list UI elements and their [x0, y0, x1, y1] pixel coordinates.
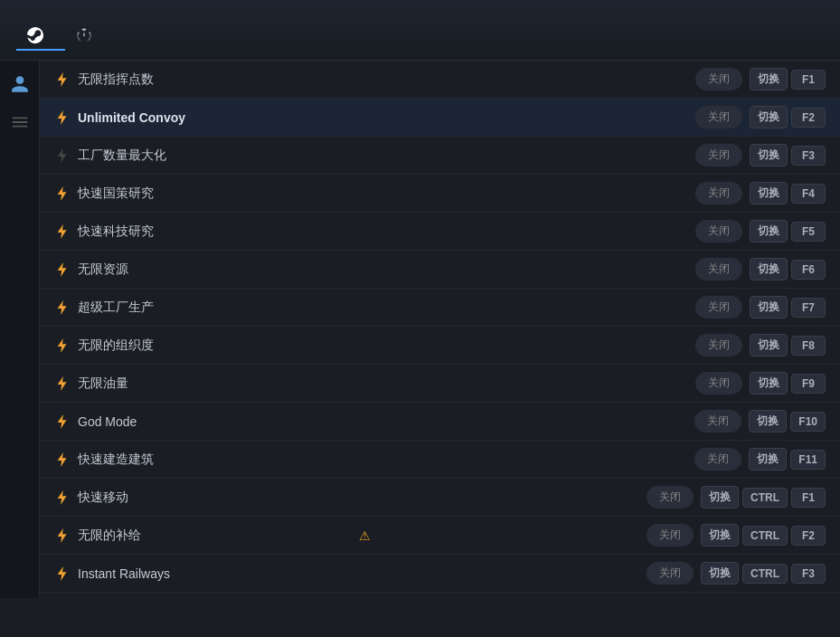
cheat-name: 快速国策研究: [78, 185, 387, 202]
key-group: 切换CTRLF3: [701, 562, 826, 585]
key-badge: F7: [791, 298, 826, 318]
cheat-name: 快速移动: [78, 490, 363, 506]
cheat-name: 快速建造建筑: [78, 452, 386, 468]
key-group: 切换F1: [750, 68, 826, 90]
bolt-icon: [54, 452, 71, 468]
bolt-icon: [54, 185, 71, 202]
cheat-name: 无限油量: [78, 376, 387, 392]
tab-xbox[interactable]: [65, 22, 114, 51]
cheat-name: 超级工厂生产: [78, 299, 387, 316]
key-badge: F1: [791, 488, 826, 508]
key-group: 切换F9: [750, 372, 826, 395]
key-badge: F2: [791, 526, 826, 546]
cheat-row-3[interactable]: 工厂数量最大化关闭切换F3: [40, 137, 840, 175]
key-group: 切换CTRLF1: [701, 486, 826, 509]
toggle-button[interactable]: 关闭: [695, 258, 742, 280]
cheat-name: 无限的补给: [78, 528, 354, 544]
toggle-button[interactable]: 关闭: [695, 296, 742, 318]
key-badge: 切换: [750, 106, 788, 128]
toggle-button[interactable]: 关闭: [647, 524, 694, 547]
toggle-button[interactable]: 关闭: [695, 106, 742, 128]
bolt-icon: [54, 223, 71, 240]
key-group: 切换F6: [750, 258, 826, 280]
bolt-icon: [54, 566, 71, 582]
key-group: 切换F3: [750, 144, 826, 166]
bolt-icon: [54, 414, 71, 430]
cheat-row-9[interactable]: 无限油量关闭切换F9: [40, 365, 840, 403]
key-badge: 切换: [701, 524, 739, 547]
toggle-button[interactable]: 关闭: [694, 410, 741, 433]
key-badge: 切换: [701, 486, 739, 509]
sidebar: [0, 61, 40, 598]
cheat-name: Instant Railways: [78, 566, 363, 581]
key-badge: CTRL: [742, 564, 788, 584]
toggle-button[interactable]: 关闭: [695, 220, 742, 242]
key-badge: F3: [791, 146, 826, 166]
key-badge: 切换: [750, 296, 788, 318]
key-badge: F3: [791, 564, 826, 584]
cheat-row-5[interactable]: 快速科技研究关闭切换F5: [40, 213, 840, 251]
cheat-row-2[interactable]: Unlimited Convoy关闭切换F2: [40, 99, 840, 137]
toggle-button[interactable]: 关闭: [695, 144, 742, 166]
key-badge: 切换: [749, 410, 787, 433]
cheat-name: 无限的组织度: [78, 338, 387, 354]
cheat-row-4[interactable]: 快速国策研究关闭切换F4: [40, 175, 840, 213]
cheat-name: 无限指挥点数: [78, 71, 387, 88]
key-group: 切换F8: [750, 334, 826, 357]
toggle-button[interactable]: 关闭: [695, 68, 742, 90]
cheat-name: 工厂数量最大化: [78, 147, 387, 164]
key-badge: CTRL: [742, 526, 788, 546]
key-badge: 切换: [750, 220, 788, 242]
cheat-row-8[interactable]: 无限的组织度关闭切换F8: [40, 327, 840, 365]
key-badge: F5: [791, 222, 826, 242]
key-badge: 切换: [750, 144, 788, 166]
cheat-name: Unlimited Convoy: [78, 110, 387, 125]
bolt-icon: [54, 299, 71, 316]
key-badge: 切换: [750, 258, 788, 280]
cheat-row-14[interactable]: Instant Railways关闭切换CTRLF3: [40, 555, 840, 593]
key-group: 切换F10: [749, 410, 826, 433]
cheat-row-11[interactable]: 快速建造建筑关闭切换F11: [40, 441, 840, 479]
bolt-icon: [54, 528, 71, 544]
key-badge: F11: [790, 450, 826, 470]
key-badge: F9: [791, 374, 826, 394]
platform-tabs: [16, 22, 824, 51]
cheat-name: God Mode: [78, 414, 386, 429]
cheat-row-12[interactable]: 快速移动关闭切换CTRLF1: [40, 479, 840, 517]
toggle-button[interactable]: 关闭: [647, 486, 694, 509]
key-group: 切换CTRLF2: [701, 524, 826, 547]
key-group: 切换F7: [750, 296, 826, 318]
key-badge: 切换: [701, 562, 739, 585]
cheat-row-13[interactable]: 无限的补给⚠关闭切换CTRLF2: [40, 517, 840, 555]
key-group: 切换F5: [750, 220, 826, 242]
sidebar-list-icon[interactable]: [7, 109, 33, 135]
key-badge: F1: [791, 70, 826, 90]
key-badge: 切换: [750, 182, 788, 204]
bolt-icon: [54, 338, 71, 354]
steam-logo-icon: [27, 27, 43, 43]
bolt-icon: [54, 71, 71, 88]
key-badge: F10: [790, 412, 826, 432]
key-badge: 切换: [750, 334, 788, 357]
cheat-name: 快速科技研究: [78, 223, 387, 240]
cheat-row-1[interactable]: 无限指挥点数关闭切换F1: [40, 61, 840, 99]
key-badge: F2: [791, 108, 826, 128]
toggle-button[interactable]: 关闭: [695, 334, 742, 357]
cheat-row-7[interactable]: 超级工厂生产关闭切换F7: [40, 289, 840, 327]
bolt-icon: [54, 147, 71, 164]
tab-steam[interactable]: [16, 22, 65, 51]
sidebar-user-icon[interactable]: [7, 71, 33, 97]
key-badge: CTRL: [742, 488, 788, 508]
cheat-name: 无限资源: [78, 261, 387, 278]
toggle-button[interactable]: 关闭: [695, 372, 742, 395]
cheats-list: 无限指挥点数关闭切换F1Unlimited Convoy关闭切换F2工厂数量最大…: [40, 61, 840, 598]
toggle-button[interactable]: 关闭: [695, 182, 742, 204]
warning-icon: ⚠: [359, 528, 371, 543]
toggle-button[interactable]: 关闭: [647, 562, 694, 585]
cheat-row-6[interactable]: 无限资源关闭切换F6: [40, 251, 840, 289]
toggle-button[interactable]: 关闭: [694, 448, 741, 471]
app-container: 无限指挥点数关闭切换F1Unlimited Convoy关闭切换F2工厂数量最大…: [0, 0, 840, 598]
key-group: 切换F11: [749, 448, 826, 471]
cheat-row-10[interactable]: God Mode关闭切换F10: [40, 403, 840, 441]
key-badge: 切换: [749, 448, 787, 471]
